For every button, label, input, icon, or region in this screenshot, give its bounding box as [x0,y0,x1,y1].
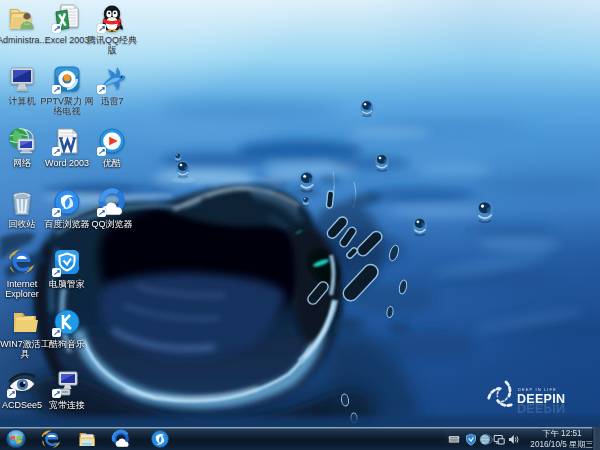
svg-text:DEEPIN: DEEPIN [517,401,565,415]
svg-text:下午 12:51: 下午 12:51 [542,429,582,438]
svg-text:2016/10/5 星期三: 2016/10/5 星期三 [530,440,593,449]
